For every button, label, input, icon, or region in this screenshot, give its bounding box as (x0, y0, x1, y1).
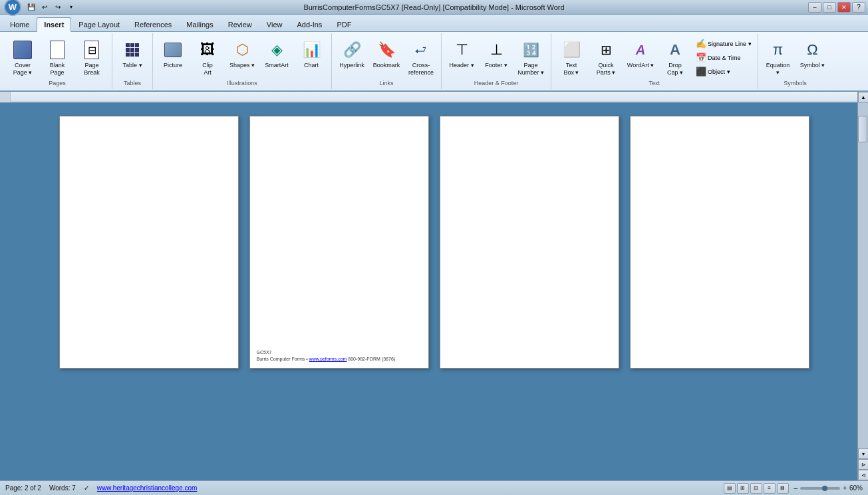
hyperlink-button[interactable]: 🔗 Hyperlink (336, 37, 368, 71)
links-group-label: Links (379, 80, 393, 88)
group-links: 🔗 Hyperlink 🔖 Bookmark ⮐ Cross-reference… (332, 33, 442, 89)
footer-phone: 800-982-FORM (3676) (347, 357, 395, 361)
scroll-track[interactable] (858, 102, 868, 448)
text-small-buttons: ✍ Signature Line ▾ 📅 Date & Time ⬛ Objec… (694, 37, 754, 78)
scroll-prev-page-button[interactable]: ⊲ (858, 470, 868, 480)
print-layout-button[interactable]: ▤ (724, 483, 736, 494)
blank-page-button[interactable]: BlankPage (41, 37, 73, 79)
scroll-down-button[interactable]: ▾ (858, 448, 868, 459)
redo-button[interactable]: ↪ (52, 2, 64, 13)
object-icon: ⬛ (696, 67, 706, 77)
quick-parts-label: QuickParts ▾ (597, 62, 616, 77)
tab-references[interactable]: References (127, 17, 179, 31)
smartart-button[interactable]: ◈ SmartArt (261, 37, 293, 71)
chart-label: Chart (304, 62, 319, 69)
help-button[interactable]: ? (852, 2, 865, 13)
page-number-icon: 🔢 (520, 39, 541, 61)
bookmark-button[interactable]: 🔖 Bookmark (370, 37, 402, 71)
tab-view[interactable]: View (259, 17, 290, 31)
text-box-button[interactable]: ⬜ TextBox ▾ (555, 37, 587, 79)
tab-mailings[interactable]: Mailings (179, 17, 220, 31)
zoom-thumb[interactable] (822, 486, 827, 491)
document-area: GC5X7 Burris Computer Forms • www.pcform… (0, 102, 868, 480)
table-button[interactable]: Table ▾ (116, 37, 148, 71)
close-button[interactable]: ✕ (837, 2, 851, 13)
clip-art-label: ClipArt (202, 62, 213, 77)
equation-button[interactable]: π Equation ▾ (762, 37, 794, 79)
group-pages: CoverPage ▾ BlankPage ⊟ PageBreak Pages (3, 33, 112, 89)
tab-review[interactable]: Review (221, 17, 259, 31)
undo-button[interactable]: ↩ (39, 2, 51, 13)
zoom-level: 60% (849, 484, 863, 492)
page-wrapper: GC5X7 Burris Computer Forms • www.pcform… (59, 116, 429, 369)
draft-button[interactable]: ⊠ (777, 483, 789, 494)
wordart-label: WordArt ▾ (627, 62, 654, 69)
page-break-button[interactable]: ⊟ PageBreak (76, 37, 108, 79)
object-button[interactable]: ⬛ Object ▾ (694, 65, 754, 78)
page-number-label: PageNumber ▾ (517, 62, 544, 77)
cross-reference-button[interactable]: ⮐ Cross-reference (405, 37, 437, 79)
symbol-button[interactable]: Ω Symbol ▾ (797, 37, 829, 71)
cover-page-button[interactable]: CoverPage ▾ (7, 37, 39, 79)
quick-parts-icon: ⊞ (595, 39, 617, 61)
hyperlink-icon: 🔗 (341, 39, 362, 61)
page-2-left (440, 116, 619, 369)
symbols-buttons: π Equation ▾ Ω Symbol ▾ (762, 35, 829, 80)
page-1-right: GC5X7 Burris Computer Forms • www.pcform… (249, 116, 429, 369)
drop-cap-label: DropCap ▾ (667, 62, 683, 77)
scroll-next-page-button[interactable]: ⊳ (858, 459, 868, 470)
group-text: ⬜ TextBox ▾ ⊞ QuickParts ▾ A WordArt ▾ A… (551, 33, 758, 89)
tab-home[interactable]: Home (3, 17, 37, 31)
window-controls: – □ ✕ ? (808, 2, 865, 13)
blank-page-icon (47, 39, 68, 61)
clip-art-icon: 🖼 (197, 39, 218, 61)
quick-access-toolbar: 💾 ↩ ↪ ▾ (25, 2, 77, 13)
title-bar-left: W 💾 ↩ ↪ ▾ (3, 0, 77, 17)
customize-qa[interactable]: ▾ (65, 2, 77, 13)
zoom-minus[interactable]: – (794, 484, 798, 492)
minimize-button[interactable]: – (808, 2, 821, 13)
outline-button[interactable]: ≡ (764, 483, 776, 494)
shapes-button[interactable]: ⬡ Shapes ▾ (226, 37, 258, 71)
tables-buttons: Table ▾ (116, 35, 148, 80)
scroll-thumb[interactable] (858, 116, 867, 142)
group-illustrations: Picture 🖼 ClipArt ⬡ Shapes ▾ ◈ SmartArt … (153, 33, 332, 89)
cross-reference-icon: ⮐ (410, 39, 432, 61)
website-link: www.heritagechristiancollege.com (97, 484, 198, 492)
zoom-plus[interactable]: + (843, 484, 847, 492)
ruler (0, 92, 868, 102)
page-number-button[interactable]: 🔢 PageNumber ▾ (515, 37, 547, 79)
chart-button[interactable]: 📊 Chart (295, 37, 327, 71)
save-button[interactable]: 💾 (25, 2, 37, 13)
footer-button[interactable]: ⊥ Footer ▾ (480, 37, 512, 71)
maximize-button[interactable]: □ (823, 2, 836, 13)
tab-pdf[interactable]: PDF (329, 17, 359, 31)
web-layout-button[interactable]: ⊟ (750, 483, 762, 494)
page-1-footer: GC5X7 Burris Computer Forms • www.pcform… (257, 349, 396, 363)
status-right: ▤ ⊞ ⊟ ≡ ⊠ – + 60% (724, 483, 863, 494)
picture-label: Picture (164, 62, 182, 69)
drop-cap-icon: A (664, 39, 686, 61)
full-reading-button[interactable]: ⊞ (737, 483, 749, 494)
signature-line-button[interactable]: ✍ Signature Line ▾ (694, 37, 754, 50)
spell-check: ✓ (84, 484, 89, 492)
footer-line2: Burris Computer Forms • www.pcforms.com … (257, 356, 396, 363)
drop-cap-button[interactable]: A DropCap ▾ (659, 37, 691, 79)
clip-art-button[interactable]: 🖼 ClipArt (192, 37, 223, 79)
picture-button[interactable]: Picture (157, 37, 189, 71)
title-bar: W 💾 ↩ ↪ ▾ BurrisComputerFormsGC5X7 [Read… (0, 0, 868, 15)
header-button[interactable]: ⊤ Header ▾ (446, 37, 478, 71)
symbol-icon: Ω (802, 39, 823, 61)
office-button[interactable]: W (4, 0, 21, 16)
wordart-button[interactable]: A WordArt ▾ (625, 37, 656, 71)
quick-parts-button[interactable]: ⊞ QuickParts ▾ (590, 37, 622, 79)
tab-addins[interactable]: Add-Ins (289, 17, 329, 31)
tab-page-layout[interactable]: Page Layout (71, 17, 127, 31)
status-left: Page: 2 of 2 Words: 7 ✓ www.heritagechri… (5, 484, 197, 492)
header-label: Header ▾ (449, 62, 474, 69)
zoom-track[interactable] (800, 487, 840, 490)
group-symbols: π Equation ▾ Ω Symbol ▾ Symbols (758, 33, 833, 89)
date-time-button[interactable]: 📅 Date & Time (694, 51, 754, 64)
scroll-up-button[interactable]: ▲ (858, 92, 868, 102)
tab-insert[interactable]: Insert (37, 17, 71, 32)
